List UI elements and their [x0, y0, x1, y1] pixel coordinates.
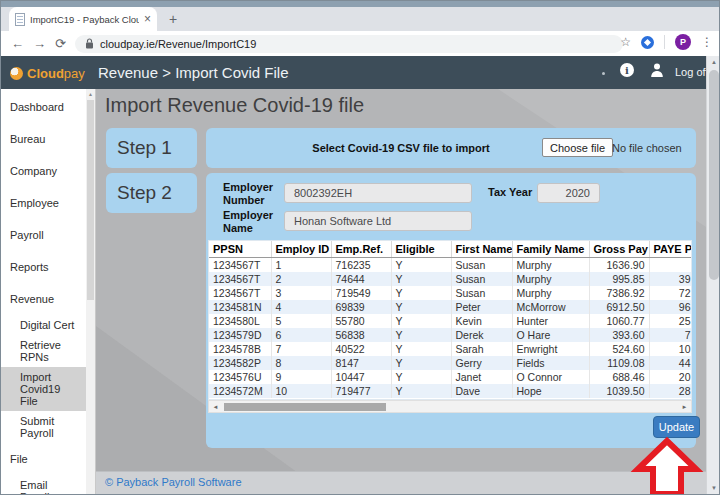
table-cell: 4: [271, 300, 331, 314]
table-cell: 10: [649, 342, 692, 356]
reload-icon[interactable]: ⟳: [55, 35, 66, 52]
logoff-button[interactable]: Log off: [675, 66, 708, 78]
address-field[interactable]: cloudpay.ie/Revenue/ImportC19: [75, 35, 623, 53]
no-file-chosen-text: No file chosen: [612, 142, 682, 154]
table-cell: 8: [271, 356, 331, 370]
sidebar-scrollbar[interactable]: ▲: [86, 89, 95, 494]
table-cell: 1060.77: [589, 314, 649, 328]
sidebar-item-dashboard[interactable]: Dashboard: [1, 91, 87, 123]
page-scroll-thumb[interactable]: [709, 70, 719, 280]
table-cell: Y: [391, 370, 451, 384]
browser-tab[interactable]: ImportC19 - Payback CloudPay ×: [9, 7, 157, 31]
table-cell: 1: [271, 257, 331, 272]
table-cell: 6912.50: [589, 300, 649, 314]
profile-avatar[interactable]: P: [675, 34, 691, 50]
table-cell: Murphy: [512, 257, 589, 272]
table-cell: McMorrow: [512, 300, 589, 314]
bookmark-star-icon[interactable]: ☆: [620, 35, 631, 49]
sidebar-item-retrieve-rpns[interactable]: Retrieve RPNs: [1, 335, 87, 367]
employer-name-label: Employer Name: [223, 209, 281, 235]
header-dot: [602, 72, 605, 75]
sidebar-item-file[interactable]: File: [1, 443, 87, 475]
sidebar-item-submit-payroll[interactable]: Submit Payroll: [1, 411, 87, 443]
cloudpay-logo-icon: [10, 67, 23, 80]
tax-year-label: Tax Year: [488, 186, 532, 199]
table-cell: Hope: [512, 384, 589, 398]
page-scrollbar[interactable]: ▲ ▼: [706, 56, 720, 494]
table-row[interactable]: 1234582P88147YGerryFields1109.0844: [209, 356, 692, 370]
table-row[interactable]: 1234580L555780YKevinHunter1060.7725: [209, 314, 692, 328]
table-cell: 524.60: [589, 342, 649, 356]
sidebar-item-bureau[interactable]: Bureau: [1, 123, 87, 155]
table-cell: 1234567T: [209, 286, 271, 300]
table-row[interactable]: 1234576U910447YJanetO Connor688.4620: [209, 370, 692, 384]
scroll-left-icon[interactable]: ◄: [209, 401, 222, 412]
sidebar-item-email-payslips[interactable]: Email Payslips: [1, 475, 87, 494]
table-cell: 1234582P: [209, 356, 271, 370]
sidebar-item-label: Digital Cert: [20, 319, 74, 331]
logo-text-cloud: Cloud: [27, 66, 64, 81]
table-cell: 55780: [331, 314, 391, 328]
forward-icon[interactable]: →: [33, 35, 46, 52]
table-cell: 995.85: [589, 272, 649, 286]
table-cell: Y: [391, 356, 451, 370]
sidebar-item-revenue[interactable]: Revenue: [1, 283, 87, 315]
main-content: Import Revenue Covid-19 file Step 1 Sele…: [96, 89, 706, 494]
update-button[interactable]: Update: [653, 416, 700, 438]
user-icon[interactable]: [649, 62, 665, 78]
employer-number-field[interactable]: [284, 183, 472, 203]
chrome-actions: ☆ P ⋮: [620, 34, 713, 50]
extension-icon[interactable]: [641, 36, 654, 49]
table-scroll-thumb[interactable]: [224, 403, 386, 411]
table-cell: 2: [271, 272, 331, 286]
sidebar-nav: DashboardBureauCompanyEmployeePayrollRep…: [1, 89, 95, 494]
table-cell: 1234579D: [209, 328, 271, 342]
scroll-up-icon[interactable]: ▲: [707, 56, 720, 68]
footer-copyright-link[interactable]: © Payback Payroll Software: [105, 476, 242, 488]
breadcrumb: Revenue > Import Covid File: [98, 64, 289, 81]
tab-close-icon[interactable]: ×: [144, 13, 151, 25]
scroll-down-icon[interactable]: ▼: [707, 482, 720, 494]
table-row[interactable]: 1234567T3719549YSusanMurphy7386.9272: [209, 286, 692, 300]
column-header: First Name: [451, 241, 512, 257]
column-header: Employ ID: [271, 241, 331, 257]
table-row[interactable]: 1234567T274644YSusanMurphy995.8539: [209, 272, 692, 286]
back-icon[interactable]: ←: [11, 35, 24, 52]
choose-file-button[interactable]: Choose file: [542, 138, 613, 157]
table-row[interactable]: 1234581N469839YPeterMcMorrow6912.5096: [209, 300, 692, 314]
table-row[interactable]: 1234572M10719477YDaveHope1039.5028: [209, 384, 692, 398]
column-header: PPSN: [209, 241, 271, 257]
table-cell: O Hare: [512, 328, 589, 342]
sidebar-item-payroll[interactable]: Payroll: [1, 219, 87, 251]
sidebar-item-reports[interactable]: Reports: [1, 251, 87, 283]
table-cell: 7: [271, 342, 331, 356]
table-horizontal-scrollbar[interactable]: ◄ ►: [208, 400, 692, 413]
sidebar-item-import-covid19-file[interactable]: Import Covid19 File: [1, 367, 87, 411]
lock-icon: [85, 38, 94, 49]
table-row[interactable]: 1234578B740522YSarahEnwright524.6010: [209, 342, 692, 356]
table-cell: 20: [649, 370, 692, 384]
tax-year-field[interactable]: [537, 183, 600, 203]
sidebar-scroll-thumb[interactable]: [87, 100, 94, 300]
info-icon[interactable]: i: [620, 63, 634, 77]
employer-name-field[interactable]: [284, 211, 472, 231]
table-row[interactable]: 1234579D656838YDerekO Hare393.607: [209, 328, 692, 342]
table-cell: 10447: [331, 370, 391, 384]
scroll-right-icon[interactable]: ►: [678, 401, 691, 412]
table-cell: Y: [391, 286, 451, 300]
sidebar-item-digital-cert[interactable]: Digital Cert: [1, 315, 87, 335]
sidebar-item-company[interactable]: Company: [1, 155, 87, 187]
table-cell: 719549: [331, 286, 391, 300]
sidebar-item-employee[interactable]: Employee: [1, 187, 87, 219]
browser-menu-icon[interactable]: ⋮: [701, 35, 713, 49]
column-header: Gross Pay: [589, 241, 649, 257]
table-cell: Y: [391, 384, 451, 398]
sidebar-item-label: Company: [10, 165, 57, 177]
new-tab-button[interactable]: +: [169, 11, 177, 27]
tab-title: ImportC19 - Payback CloudPay: [30, 14, 139, 25]
scroll-up-icon[interactable]: ▲: [86, 89, 95, 98]
table-row[interactable]: 1234567T1716235YSusanMurphy1636.90: [209, 257, 692, 272]
column-header: Family Name: [512, 241, 589, 257]
url-bar: ← → ⟳ cloudpay.ie/Revenue/ImportC19 ☆ P …: [1, 31, 720, 56]
table-cell: 7386.92: [589, 286, 649, 300]
